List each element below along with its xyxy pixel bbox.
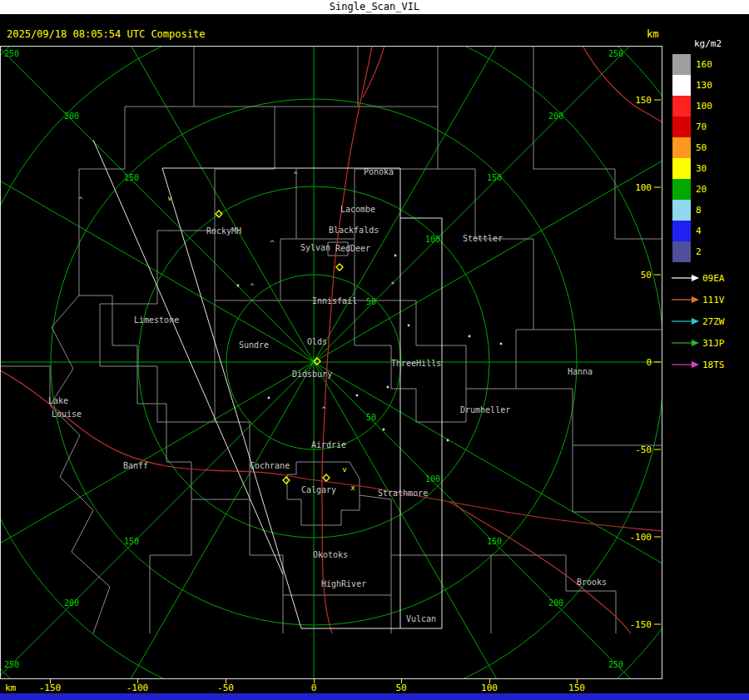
city-label: Louise xyxy=(52,410,82,419)
legend-value: 70 xyxy=(696,122,707,132)
legend-entry: 70 xyxy=(666,117,749,137)
bottom-axis-label: 150 xyxy=(568,683,585,693)
legend-swatch xyxy=(672,241,691,262)
poi-dot xyxy=(500,343,503,345)
poi-dot xyxy=(469,335,471,338)
city-label: Olds xyxy=(307,337,327,346)
poi-caret: ^ xyxy=(293,171,298,179)
city-label: Sylvan xyxy=(300,243,330,252)
city-label: Airdrie xyxy=(311,440,346,449)
right-axis-label: 100 xyxy=(635,182,652,193)
legend-entry: 4 xyxy=(666,221,749,241)
poi-caret: ^ xyxy=(321,405,326,414)
poi-dot xyxy=(237,285,240,287)
city-label: Ponoka xyxy=(364,167,394,176)
legend-entries: 16013010070503020842 xyxy=(666,54,749,262)
window-titlebar[interactable]: Single_Scan_VIL xyxy=(0,0,749,14)
county-boundaries xyxy=(0,46,662,633)
range-ring-label: 250 xyxy=(4,49,19,58)
bottom-axis-label: 100 xyxy=(481,683,498,693)
range-ring-label: 50 xyxy=(366,297,376,306)
legend-value: 130 xyxy=(696,80,712,91)
legend-value: 50 xyxy=(696,142,707,153)
radar-site-marker xyxy=(323,474,330,481)
legend-entry: 30 xyxy=(666,158,749,179)
site-row: 27ZW xyxy=(666,310,749,332)
site-arrow-icon xyxy=(671,316,699,326)
poi-dot xyxy=(447,439,449,442)
poi-dot xyxy=(387,386,389,389)
city-label: Lacombe xyxy=(340,205,375,214)
legend-entry: 20 xyxy=(666,179,749,200)
range-ring-label: 150 xyxy=(487,173,502,182)
range-ring-label: 250 xyxy=(608,660,623,669)
bottom-axis-label: 0 xyxy=(311,683,317,693)
poi-star: * xyxy=(390,280,394,289)
right-axis-label: 0 xyxy=(646,357,652,368)
poi-dot xyxy=(383,429,385,431)
city-label: Cochrane xyxy=(250,461,290,470)
city-label: RockyMH xyxy=(206,226,241,236)
site-arrow-icon xyxy=(671,360,699,370)
storm-marker-v: v xyxy=(342,465,346,474)
window-title: Single_Scan_VIL xyxy=(330,1,419,12)
radar-map[interactable]: 2502001502502001501005025020015025020015… xyxy=(0,46,662,679)
legend-unit-label: kg/m2 xyxy=(694,38,749,49)
poi-caret: ^ xyxy=(78,196,83,204)
city-label: Didsbury xyxy=(292,370,332,379)
storm-marker-x: x xyxy=(350,484,355,492)
city-label: Okotoks xyxy=(313,550,348,559)
city-label: Innisfail xyxy=(312,296,357,305)
legend-swatch xyxy=(672,96,691,117)
site-list: 09EA111V27ZW31JP18TS xyxy=(666,267,749,375)
bottom-strip xyxy=(0,693,749,700)
legend-swatch xyxy=(672,158,691,179)
legend-value: 100 xyxy=(696,101,712,112)
poi-caret: ^ xyxy=(270,239,275,247)
city-label: Drumheller xyxy=(460,405,510,415)
site-row: 18TS xyxy=(666,354,749,375)
right-axis-label: -150 xyxy=(630,619,652,630)
poi-dot xyxy=(268,397,270,400)
range-ring-label: 150 xyxy=(124,173,139,182)
city-label: Blackfalds xyxy=(329,226,379,235)
legend-swatch xyxy=(672,137,691,158)
bottom-axis-label: -50 xyxy=(217,683,234,693)
city-label: Calgary xyxy=(301,485,336,494)
city-label: Lake xyxy=(48,396,68,405)
legend-entry: 8 xyxy=(666,200,749,221)
city-label: Limestone xyxy=(134,315,179,325)
range-ring-label: 200 xyxy=(64,598,79,608)
city-label: HighRiver xyxy=(321,579,366,588)
site-arrow-icon xyxy=(671,295,699,305)
legend-value: 160 xyxy=(696,59,712,70)
legend-entry: 100 xyxy=(666,96,749,117)
range-ring-label: 100 xyxy=(425,474,440,484)
poi-dot xyxy=(394,255,397,257)
site-id-label: 111V xyxy=(702,295,725,305)
site-id-label: 09EA xyxy=(702,273,725,284)
range-ring-label: 200 xyxy=(64,112,79,121)
legend-value: 2 xyxy=(696,246,702,257)
site-arrow-icon xyxy=(671,338,699,348)
site-id-label: 31JP xyxy=(702,338,725,349)
site-arrow-icon xyxy=(671,273,699,283)
range-ring-label: 150 xyxy=(487,537,502,546)
legend-value: 8 xyxy=(696,205,702,216)
legend-entry: 130 xyxy=(666,75,749,96)
legend-swatch xyxy=(672,179,691,200)
range-ring-label: 250 xyxy=(608,49,623,58)
bottom-axis-unit-label: km xyxy=(5,683,16,693)
right-axis-label: -100 xyxy=(630,532,652,543)
poi-dot xyxy=(356,395,359,397)
site-row: 31JP xyxy=(666,332,749,354)
bottom-axis: km -150-100-50050100150 xyxy=(0,679,662,693)
legend-entry: 50 xyxy=(666,137,749,158)
legend-value: 30 xyxy=(696,163,707,174)
city-label: Hanna xyxy=(568,367,593,376)
legend-swatch xyxy=(672,54,691,75)
timestamp-label: 2025/09/18 08:05:54 UTC Composite xyxy=(7,28,205,40)
legend-entry: 160 xyxy=(666,54,749,75)
city-label: RedDeer xyxy=(335,244,370,253)
city-label: Strathmore xyxy=(378,489,428,498)
